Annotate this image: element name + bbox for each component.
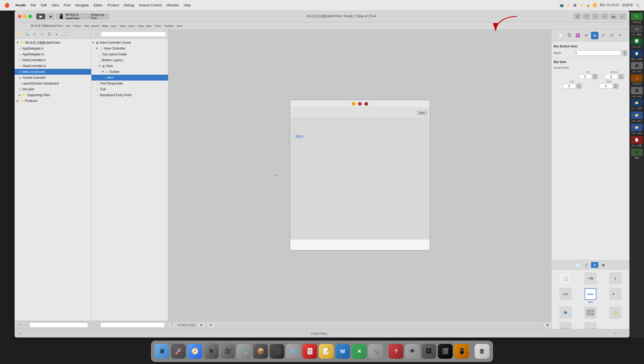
breakpoint-icon[interactable]: ▸ xyxy=(54,31,60,37)
width-field[interactable] xyxy=(574,50,620,56)
tree-item-appdelegate-h[interactable]: ◻ AppDelegate.h xyxy=(15,46,91,51)
desktop-item-share[interactable]: 🚗 车丹分享 xyxy=(631,74,643,85)
dock-video[interactable]: 🎬 xyxy=(438,344,453,359)
status-add-button[interactable]: + xyxy=(18,331,24,336)
dock-preview[interactable]: 👁 xyxy=(405,344,420,359)
desktop-item-desktop[interactable]: 🗂 桌面 xyxy=(631,149,643,159)
top-value-field[interactable] xyxy=(579,74,592,79)
nav-back-button[interactable]: ← xyxy=(24,322,29,328)
top-stepper-down[interactable]: ▼ xyxy=(593,77,597,79)
dock-x[interactable]: ✕ xyxy=(352,344,367,359)
menu-find[interactable]: Find xyxy=(64,3,70,7)
breadcrumb-2[interactable]: 08----Picker xyxy=(66,24,81,28)
tree-item-infoplist[interactable]: ◻ Info.plist xyxy=(15,86,91,92)
tree-root-group[interactable]: ▶ 📁 08-自定义键盘datePicker xyxy=(15,40,91,46)
minimize-button[interactable] xyxy=(23,15,27,18)
stop-button[interactable]: ■ xyxy=(47,14,54,19)
dock-mouse[interactable]: 🖱 xyxy=(204,344,219,359)
canvas-grid-btn[interactable]: ⊞ xyxy=(544,322,551,328)
menu-edit[interactable]: Edit xyxy=(41,3,47,7)
refresh-button[interactable]: ↺ xyxy=(583,14,590,19)
desktop-item-opt[interactable]: 📁 07-…(优化 xyxy=(631,99,643,110)
lib-tab-file[interactable]: 📄 xyxy=(574,262,581,268)
desktop-item-png1[interactable]: 🖼 nip....png xyxy=(631,62,643,73)
menu-xcode[interactable]: Xcode xyxy=(15,3,26,7)
tree-item-main-storyboard[interactable]: ◻ Main.storyboard xyxy=(15,69,91,75)
dock-tools2[interactable]: 🔨 xyxy=(368,344,383,359)
lib-item-table[interactable] xyxy=(579,306,602,320)
desktop-item-zjl[interactable]: 📁 ZJL...etail xyxy=(631,124,643,135)
scene-item-item[interactable]: ▪ Item xyxy=(91,75,168,81)
filter-bar[interactable] xyxy=(29,322,88,328)
desktop-item-ios1[interactable]: 📄 ios1...试题 xyxy=(631,136,643,147)
menu-view[interactable]: View xyxy=(51,3,59,7)
dock-settings[interactable]: ⚙️ xyxy=(286,344,301,359)
scene-item-view[interactable]: ▶ ▣ View xyxy=(91,63,168,69)
right-value-field[interactable] xyxy=(599,84,613,88)
desktop-item-biz[interactable]: 📋 第13…业地 xyxy=(631,50,643,61)
scene-prev-button[interactable]: ← xyxy=(94,31,99,37)
scene-item-toolbar[interactable]: ▶ ▭ Toolbar xyxy=(91,69,168,75)
back-forward[interactable]: ↩ xyxy=(592,14,599,19)
scene-item-bottom-layout[interactable]: ⎯ Bottom Layout... xyxy=(91,57,168,63)
left-stepper-up[interactable]: ▲ xyxy=(577,84,581,86)
desktop-item-tools[interactable]: 🛠 开发工具 xyxy=(631,13,643,24)
menu-source-control[interactable]: Source Control xyxy=(139,3,162,7)
layout-toggle-1[interactable]: ▭ xyxy=(601,14,608,19)
inspector-tab-file[interactable]: 📄 xyxy=(557,32,564,39)
left-stepper[interactable]: ▲ ▼ xyxy=(576,83,582,89)
tree-item-supporting-files[interactable]: ▶ 📁 Supporting Files xyxy=(15,92,91,98)
lib-item-item[interactable]: Item Item xyxy=(579,287,602,305)
close-button[interactable] xyxy=(18,15,21,18)
inspector-tab-connections[interactable]: ⟳ xyxy=(599,32,607,39)
top-stepper-up[interactable]: ▲ xyxy=(593,74,597,77)
report-icon[interactable]: 📋 xyxy=(61,31,67,37)
lib-item-blank[interactable]: ⬜ xyxy=(554,272,577,286)
breadcrumb-3[interactable]: Mai...board xyxy=(85,24,99,28)
menu-product[interactable]: Product xyxy=(107,3,119,7)
dock-app[interactable]: 📱 xyxy=(454,344,469,359)
canvas-size-btn2[interactable]: ⊟ xyxy=(207,322,214,328)
dock-projector[interactable]: 🎥 xyxy=(220,344,235,359)
bottom-stepper-down[interactable]: ▼ xyxy=(619,77,624,79)
dock-terminal[interactable]: ⬛ xyxy=(270,344,284,359)
desktop-item-png2[interactable]: 🖼 nip....png xyxy=(631,87,643,98)
scene-item-storyboard-entry[interactable]: → Storyboard Entry Point xyxy=(91,92,168,98)
zoom-out-button[interactable]: − xyxy=(620,331,626,336)
left-value-field[interactable] xyxy=(563,84,576,88)
top-stepper[interactable]: ▲ ▼ xyxy=(592,74,598,79)
breadcrumb-6[interactable]: View...oller xyxy=(138,24,152,28)
bottom-value-field[interactable] xyxy=(605,74,618,79)
tree-item-assets[interactable]: 🗂 Assets.xcassets xyxy=(15,75,91,81)
lib-item-star[interactable]: ★ xyxy=(554,306,577,320)
scene-item-top-layout[interactable]: ⎯ Top Layout Guide xyxy=(91,51,168,57)
lib-item-edit[interactable]: Edit xyxy=(554,287,577,305)
inspector-tab-attributes[interactable]: ⚙ xyxy=(583,32,590,39)
folder-icon[interactable]: 📁 xyxy=(17,31,23,37)
lib-tab-objects[interactable]: ⊕ xyxy=(591,262,598,268)
left-stepper-down[interactable]: ▼ xyxy=(577,86,581,89)
menu-file[interactable]: File xyxy=(30,3,36,7)
breadcrumb-1[interactable]: 08-自定义键盘datePicker xyxy=(30,24,63,28)
dock-poker[interactable]: 🃏 xyxy=(302,344,317,359)
add-file-button[interactable]: + xyxy=(18,322,24,328)
scene-item-first-responder[interactable]: ⬜ First Responder xyxy=(91,81,168,86)
desktop-item-xlsx[interactable]: 📊 xs1...xlsx xyxy=(631,37,643,48)
debug-icon[interactable]: ☰ xyxy=(46,31,52,37)
lib-tab-media[interactable]: ▣ xyxy=(599,262,607,268)
breadcrumb-back[interactable]: ‹ xyxy=(17,24,21,28)
lib-item-dash1[interactable]: ··· xyxy=(554,321,577,329)
scene-item-vc[interactable]: ▶ ⬜ View Controller xyxy=(91,46,168,51)
search-icon[interactable]: 🔍 xyxy=(636,3,640,7)
dock-word[interactable]: W xyxy=(335,344,350,359)
menu-editor[interactable]: Editor xyxy=(94,3,103,7)
find-icon[interactable]: 🔍 xyxy=(24,31,30,37)
lib-item-arrows[interactable]: ←→ xyxy=(579,321,602,329)
dock-archive[interactable]: 📦 xyxy=(253,344,268,359)
zoom-in-button[interactable]: + xyxy=(612,331,618,336)
scene-filter-bar[interactable] xyxy=(101,32,166,37)
dock-finder[interactable]: 🖥 xyxy=(155,344,169,359)
width-stepper[interactable]: ▲ ▼ xyxy=(622,50,627,56)
layout-toggle-3[interactable]: ▭ xyxy=(619,14,626,19)
menu-window[interactable]: Window xyxy=(167,3,179,7)
